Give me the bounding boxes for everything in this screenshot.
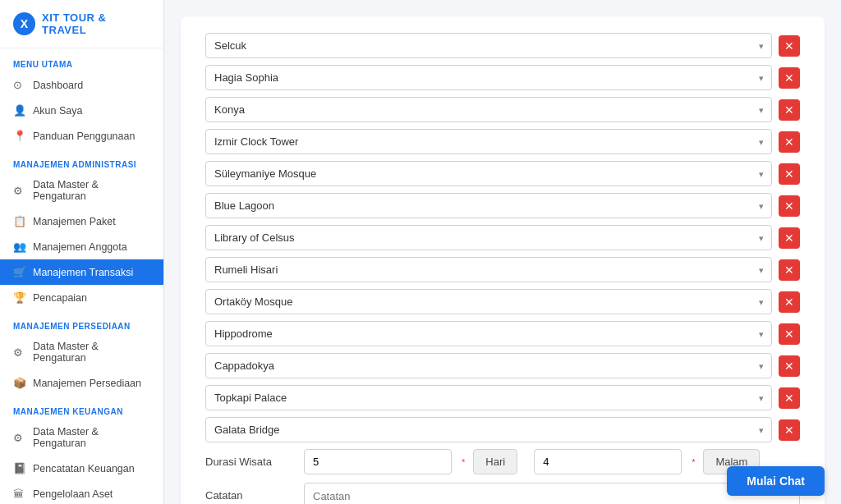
destination-select-6[interactable]: Library of Celsus (205, 225, 772, 250)
sidebar: X XIT TOUR & TRAVEL MENU UTAMA⊙Dashboard… (0, 0, 164, 504)
sidebar-item-data-master-adm[interactable]: ⚙Data Master & Pengaturan (0, 172, 163, 208)
sidebar-item-pencapaian[interactable]: 🏆Pencapaian (0, 285, 163, 310)
minus-icon: ✕ (784, 199, 794, 213)
remove-destination-button-11[interactable]: ✕ (779, 387, 800, 409)
minus-icon: ✕ (784, 392, 794, 405)
sidebar-item-pencatatan-keuangan[interactable]: 📓Pencatatan Keuangan (0, 456, 163, 481)
durasi-malam-input[interactable] (534, 449, 682, 474)
sidebar-item-manajemen-paket[interactable]: 📋Manajemen Paket (0, 208, 163, 234)
dropdown-row-5: Blue Lagoon▾✕ (205, 193, 800, 218)
minus-icon: ✕ (784, 296, 794, 309)
sidebar-item-manajemen-transaksi[interactable]: 🛒Manajemen Transaksi (0, 259, 163, 285)
sidebar-label-pencatatan-keuangan: Pencatatan Keuangan (33, 463, 135, 474)
sidebar-icon-panduan: 📍 (13, 130, 26, 142)
sidebar-label-pencapaian: Pencapaian (33, 292, 87, 304)
remove-destination-button-5[interactable]: ✕ (779, 195, 800, 217)
sidebar-label-data-master-keu: Data Master & Pengaturan (33, 426, 150, 449)
remove-destination-button-10[interactable]: ✕ (779, 355, 800, 377)
destination-select-2[interactable]: Konya (205, 97, 772, 122)
sidebar-icon-data-master-keu: ⚙ (13, 432, 26, 444)
catatan-row: Catatan (205, 483, 800, 504)
sidebar-section-label: MANAJEMEN PERSEDIAAN (0, 310, 163, 334)
sidebar-section-label: MANAJEMEN KEUANGAN (0, 396, 163, 419)
minus-icon: ✕ (784, 39, 794, 53)
dropdown-row-9: Hippodrome▾✕ (205, 321, 800, 346)
destination-select-10[interactable]: Cappadokya (205, 353, 772, 378)
dropdown-row-12: Galata Bridge▾✕ (205, 417, 800, 442)
sidebar-label-akun-saya: Akun Saya (33, 105, 82, 117)
remove-destination-button-4[interactable]: ✕ (779, 163, 800, 185)
main-content: Selcuk▾✕Hagia Sophia▾✕Konya▾✕Izmir Clock… (164, 0, 841, 504)
sidebar-icon-manajemen-anggota: 👥 (13, 241, 26, 253)
sidebar-icon-data-master-per: ⚙ (13, 346, 26, 359)
destination-select-8[interactable]: Ortaköy Mosque (205, 289, 772, 314)
minus-icon: ✕ (784, 103, 794, 117)
malam-required: * (692, 457, 695, 467)
destination-select-9[interactable]: Hippodrome (205, 321, 772, 346)
destination-select-11[interactable]: Topkapi Palace (205, 385, 772, 410)
hari-unit: Hari (473, 449, 517, 474)
durasi-hari-input[interactable] (304, 449, 452, 474)
sidebar-item-manajemen-anggota[interactable]: 👥Manajemen Anggota (0, 234, 163, 259)
sidebar-icon-akun-saya: 👤 (13, 104, 26, 117)
destination-select-12[interactable]: Galata Bridge (205, 417, 772, 442)
sidebar-label-manajemen-anggota: Manajemen Anggota (33, 241, 127, 253)
sidebar-item-pengelolaan-aset[interactable]: 🏛Pengelolaan Aset (0, 481, 163, 504)
catatan-label: Catatan (205, 483, 296, 502)
sidebar-label-data-master-per: Data Master & Pengaturan (33, 341, 150, 364)
destination-select-3[interactable]: Izmir Clock Tower (205, 129, 772, 154)
sidebar-logo: X XIT TOUR & TRAVEL (0, 0, 163, 48)
dropdown-row-8: Ortaköy Mosque▾✕ (205, 289, 800, 314)
sidebar-item-manajemen-persediaan[interactable]: 📦Manajemen Persediaan (0, 370, 163, 396)
dropdown-row-6: Library of Celsus▾✕ (205, 225, 800, 250)
sidebar-section-label: MENU UTAMA (0, 48, 163, 72)
sidebar-icon-pengelolaan-aset: 🏛 (13, 488, 26, 500)
sidebar-icon-pencatatan-keuangan: 📓 (13, 462, 26, 474)
minus-icon: ✕ (784, 135, 794, 149)
destination-select-1[interactable]: Hagia Sophia (205, 65, 772, 90)
minus-icon: ✕ (784, 424, 794, 437)
minus-icon: ✕ (784, 360, 794, 373)
minus-icon: ✕ (784, 71, 794, 85)
destination-select-0[interactable]: Selcuk (205, 33, 772, 58)
sidebar-item-data-master-per[interactable]: ⚙Data Master & Pengaturan (0, 334, 163, 370)
remove-destination-button-9[interactable]: ✕ (779, 323, 800, 345)
sidebar-label-dashboard: Dashboard (33, 80, 83, 91)
remove-destination-button-2[interactable]: ✕ (779, 99, 800, 121)
durasi-label: Durasi Wisata (205, 456, 296, 468)
dropdown-row-7: Rumeli Hisari▾✕ (205, 257, 800, 282)
destination-select-7[interactable]: Rumeli Hisari (205, 257, 772, 282)
sidebar-icon-dashboard: ⊙ (13, 79, 26, 91)
sidebar-icon-pencapaian: 🏆 (13, 291, 26, 304)
dropdown-row-0: Selcuk▾✕ (205, 33, 800, 58)
sidebar-item-panduan[interactable]: 📍Panduan Penggunaan (0, 123, 163, 149)
remove-destination-button-7[interactable]: ✕ (779, 259, 800, 281)
sidebar-label-manajemen-transaksi: Manajemen Transaksi (33, 267, 133, 278)
remove-destination-button-0[interactable]: ✕ (779, 35, 800, 57)
dropdown-row-10: Cappadokya▾✕ (205, 353, 800, 378)
minus-icon: ✕ (784, 167, 794, 181)
sidebar-label-manajemen-persediaan: Manajemen Persediaan (33, 378, 141, 389)
dropdown-row-3: Izmir Clock Tower▾✕ (205, 129, 800, 154)
sidebar-icon-manajemen-persediaan: 📦 (13, 377, 26, 389)
sidebar-label-panduan: Panduan Penggunaan (33, 131, 135, 142)
sidebar-item-dashboard[interactable]: ⊙Dashboard (0, 72, 163, 98)
remove-destination-button-12[interactable]: ✕ (779, 419, 800, 441)
dropdown-row-11: Topkapi Palace▾✕ (205, 385, 800, 410)
destination-select-4[interactable]: Süleymaniye Mosque (205, 161, 772, 186)
minus-icon: ✕ (784, 231, 794, 245)
catatan-textarea[interactable] (304, 483, 800, 504)
hari-required: * (462, 457, 465, 467)
remove-destination-button-1[interactable]: ✕ (779, 67, 800, 89)
form-area: Selcuk▾✕Hagia Sophia▾✕Konya▾✕Izmir Clock… (181, 16, 825, 504)
remove-destination-button-6[interactable]: ✕ (779, 227, 800, 249)
logo-icon: X (13, 12, 35, 35)
mulai-chat-button[interactable]: Mulai Chat (727, 466, 825, 496)
remove-destination-button-3[interactable]: ✕ (779, 131, 800, 153)
remove-destination-button-8[interactable]: ✕ (779, 291, 800, 313)
sidebar-item-data-master-keu[interactable]: ⚙Data Master & Pengaturan (0, 419, 163, 456)
sidebar-section-label: MANAJEMEN ADMINISTRASI (0, 149, 163, 172)
sidebar-item-akun-saya[interactable]: 👤Akun Saya (0, 98, 163, 123)
minus-icon: ✕ (784, 263, 794, 277)
destination-select-5[interactable]: Blue Lagoon (205, 193, 772, 218)
